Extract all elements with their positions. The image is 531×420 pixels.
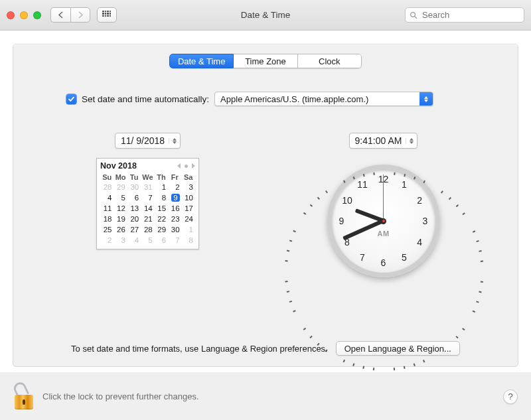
clock-numeral: 2 bbox=[412, 195, 427, 206]
lock-bar: Click the lock to prevent further change… bbox=[0, 372, 531, 420]
clock-pivot bbox=[380, 218, 386, 224]
calendar-day[interactable]: 26 bbox=[114, 224, 127, 235]
calendar-day[interactable]: 1 bbox=[155, 182, 168, 192]
back-button[interactable] bbox=[50, 7, 70, 23]
clock-numeral: 6 bbox=[376, 257, 391, 268]
calendar-day[interactable]: 13 bbox=[127, 203, 141, 214]
calendar-day[interactable]: 18 bbox=[100, 214, 114, 224]
tab-clock[interactable]: Clock bbox=[298, 54, 362, 68]
chevron-left-icon bbox=[58, 11, 64, 19]
calendar-next-month[interactable] bbox=[192, 163, 195, 169]
calendar-prev-month[interactable] bbox=[177, 163, 181, 169]
clock-numeral: 10 bbox=[340, 195, 354, 206]
minimize-window-button[interactable] bbox=[20, 11, 28, 19]
calendar-day[interactable]: 6 bbox=[155, 235, 168, 245]
pane-tabs: Date & Time Time Zone Clock bbox=[169, 54, 362, 68]
calendar-weekday: Mo bbox=[114, 173, 127, 182]
search-field[interactable] bbox=[405, 7, 524, 23]
window-toolbar: Date & Time bbox=[0, 0, 531, 31]
preferences-pane: Date & Time Time Zone Clock Set date and… bbox=[13, 44, 518, 367]
calendar-day[interactable]: 29 bbox=[155, 224, 168, 235]
calendar-day[interactable]: 2 bbox=[100, 235, 114, 245]
calendar-day[interactable]: 12 bbox=[114, 203, 127, 214]
clock-numeral: 9 bbox=[335, 216, 349, 226]
time-value: 9:41:00 AM bbox=[355, 135, 402, 146]
calendar-day[interactable]: 4 bbox=[127, 235, 141, 245]
open-language-region-button[interactable]: Open Language & Region... bbox=[336, 341, 460, 356]
clock-numeral: 5 bbox=[397, 252, 412, 263]
calendar-day[interactable]: 5 bbox=[114, 192, 127, 203]
help-button[interactable]: ? bbox=[503, 389, 518, 404]
time-field[interactable]: 9:41:00 AM bbox=[349, 133, 418, 149]
calendar-weekday: Su bbox=[100, 173, 114, 182]
calendar-day[interactable]: 15 bbox=[155, 203, 168, 214]
calendar-day[interactable]: 21 bbox=[141, 214, 154, 224]
clock-numeral: 12 bbox=[376, 174, 391, 184]
calendar-day[interactable]: 9 bbox=[168, 192, 181, 203]
calendar-day[interactable]: 31 bbox=[141, 182, 154, 192]
zoom-window-button[interactable] bbox=[33, 11, 41, 19]
calendar-day[interactable]: 7 bbox=[168, 235, 181, 245]
tab-time-zone[interactable]: Time Zone bbox=[234, 54, 297, 68]
calendar-day[interactable]: 23 bbox=[168, 214, 181, 224]
time-stepper[interactable] bbox=[406, 138, 415, 144]
clock-numeral: 8 bbox=[340, 237, 354, 247]
calendar-day[interactable]: 2 bbox=[168, 182, 181, 192]
auto-set-checkbox[interactable] bbox=[66, 94, 76, 104]
calendar-day[interactable]: 3 bbox=[114, 235, 127, 245]
calendar[interactable]: Nov 2018 SuMoTuWeThFrSa 2829303112345678… bbox=[96, 158, 199, 249]
calendar-day[interactable]: 8 bbox=[182, 235, 195, 245]
calendar-day[interactable]: 14 bbox=[141, 203, 154, 214]
calendar-day[interactable]: 29 bbox=[114, 182, 127, 192]
calendar-weekday: Sa bbox=[182, 173, 195, 182]
calendar-day[interactable]: 25 bbox=[100, 224, 114, 235]
search-icon bbox=[410, 11, 417, 19]
tab-date-time[interactable]: Date & Time bbox=[169, 54, 234, 68]
calendar-day[interactable]: 5 bbox=[141, 235, 154, 245]
clock-numeral: 3 bbox=[418, 216, 433, 226]
format-hint: To set date and time formats, use Langua… bbox=[71, 344, 328, 354]
calendar-day[interactable]: 6 bbox=[127, 192, 141, 203]
calendar-day[interactable]: 10 bbox=[182, 192, 195, 203]
svg-line-1 bbox=[415, 16, 417, 18]
calendar-weekday: Tu bbox=[127, 173, 141, 182]
grid-icon bbox=[102, 11, 112, 20]
calendar-day[interactable]: 4 bbox=[100, 192, 114, 203]
calendar-day[interactable]: 7 bbox=[141, 192, 154, 203]
calendar-weekday: Fr bbox=[168, 173, 181, 182]
calendar-day[interactable]: 28 bbox=[100, 182, 114, 192]
date-stepper[interactable] bbox=[169, 138, 178, 144]
lock-button[interactable] bbox=[13, 384, 36, 409]
calendar-weekday: Th bbox=[155, 173, 168, 182]
calendar-today-button[interactable] bbox=[185, 165, 188, 168]
show-all-button[interactable] bbox=[97, 7, 117, 23]
forward-button[interactable] bbox=[70, 7, 90, 23]
calendar-day[interactable]: 8 bbox=[155, 192, 168, 203]
calendar-day[interactable]: 28 bbox=[141, 224, 154, 235]
select-stepper-icon bbox=[419, 92, 433, 105]
calendar-day[interactable]: 11 bbox=[100, 203, 114, 214]
calendar-day[interactable]: 30 bbox=[168, 224, 181, 235]
clock-numeral: 4 bbox=[412, 237, 427, 247]
calendar-weekday: We bbox=[141, 173, 154, 182]
search-input[interactable] bbox=[421, 9, 520, 21]
calendar-day[interactable]: 22 bbox=[155, 214, 168, 224]
calendar-day[interactable]: 20 bbox=[127, 214, 141, 224]
close-window-button[interactable] bbox=[7, 11, 15, 19]
calendar-day[interactable]: 19 bbox=[114, 214, 127, 224]
lock-label: Click the lock to prevent further change… bbox=[42, 391, 199, 401]
calendar-day[interactable]: 27 bbox=[127, 224, 141, 235]
time-server-select[interactable]: Apple Americas/U.S. (time.apple.com.) bbox=[214, 92, 433, 106]
calendar-day[interactable]: 3 bbox=[182, 182, 195, 192]
calendar-day[interactable]: 1 bbox=[182, 224, 195, 235]
time-server-value: Apple Americas/U.S. (time.apple.com.) bbox=[220, 94, 368, 104]
svg-point-0 bbox=[411, 12, 416, 17]
chevron-right-icon bbox=[78, 11, 84, 19]
calendar-day[interactable]: 24 bbox=[182, 214, 195, 224]
calendar-day[interactable]: 17 bbox=[182, 203, 195, 214]
date-field[interactable]: 11/ 9/2018 bbox=[115, 133, 181, 149]
auto-set-label: Set date and time automatically: bbox=[82, 94, 209, 104]
calendar-day[interactable]: 30 bbox=[127, 182, 141, 192]
clock-numeral: 7 bbox=[355, 252, 370, 263]
calendar-day[interactable]: 16 bbox=[168, 203, 181, 214]
